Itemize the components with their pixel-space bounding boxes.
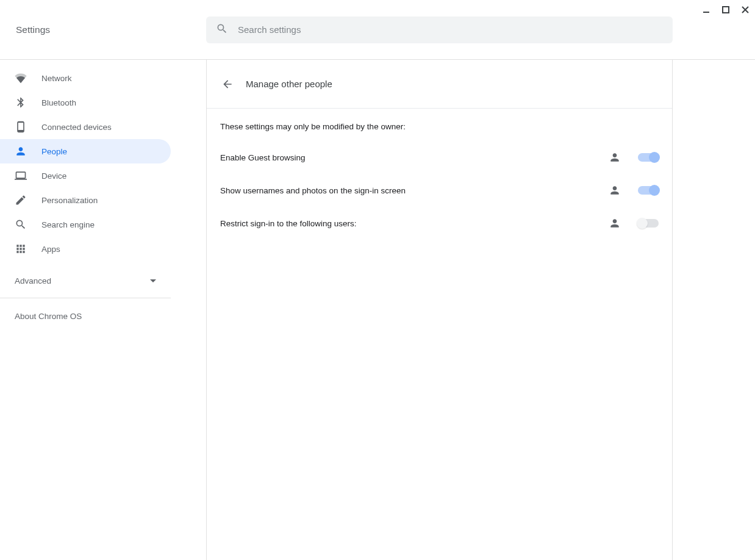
setting-restrict-signin: Restrict sign-in to the following users: — [220, 207, 659, 240]
search-box[interactable] — [206, 16, 673, 43]
person-icon — [15, 145, 27, 157]
sidebar-item-about[interactable]: About Chrome OS — [0, 303, 171, 329]
setting-label: Enable Guest browsing — [220, 153, 609, 162]
sidebar-item-network[interactable]: Network — [0, 66, 171, 90]
search-input[interactable] — [238, 24, 663, 35]
window-controls — [701, 5, 750, 15]
sidebar-item-label: Network — [41, 74, 72, 83]
svg-rect-1 — [723, 7, 729, 13]
sidebar-item-label: Device — [41, 171, 66, 181]
sidebar-item-bluetooth[interactable]: Bluetooth — [0, 90, 171, 115]
close-button[interactable] — [740, 5, 750, 15]
sidebar-item-personalization[interactable]: Personalization — [0, 188, 171, 212]
sidebar-item-apps[interactable]: Apps — [0, 237, 171, 261]
sidebar-about-label: About Chrome OS — [15, 312, 82, 321]
setting-label: Restrict sign-in to the following users: — [220, 219, 609, 228]
sidebar-item-label: Search engine — [41, 220, 95, 229]
minimize-button[interactable] — [701, 5, 711, 15]
sidebar-item-label: Connected devices — [41, 123, 112, 132]
sidebar: Network Bluetooth Connected devices Peop… — [0, 60, 171, 560]
owner-indicator-icon — [609, 184, 621, 196]
app-header: Settings — [0, 0, 755, 60]
owner-indicator-icon — [609, 151, 621, 163]
owner-indicator-icon — [609, 217, 621, 229]
laptop-icon — [15, 170, 27, 182]
maximize-button[interactable] — [721, 5, 731, 15]
sidebar-item-label: Bluetooth — [41, 98, 76, 107]
pen-icon — [15, 194, 27, 206]
sidebar-item-people[interactable]: People — [0, 139, 171, 163]
sidebar-item-search-engine[interactable]: Search engine — [0, 212, 171, 237]
search-icon — [15, 218, 27, 231]
owner-notice: These settings may only be modified by t… — [220, 122, 659, 131]
sidebar-item-device[interactable]: Device — [0, 163, 171, 188]
sidebar-item-connected-devices[interactable]: Connected devices — [0, 115, 171, 139]
toggle-show-usernames[interactable] — [638, 186, 659, 195]
apps-grid-icon — [15, 243, 27, 255]
setting-show-usernames: Show usernames and photos on the sign-in… — [220, 174, 659, 207]
toggle-restrict-signin[interactable] — [638, 219, 659, 228]
search-icon — [216, 23, 228, 37]
wifi-icon — [15, 72, 27, 84]
toggle-guest-browsing[interactable] — [638, 153, 659, 162]
svg-rect-0 — [703, 12, 709, 13]
sidebar-item-label: People — [41, 147, 67, 156]
subpage-title: Manage other people — [246, 79, 332, 89]
sidebar-advanced-label: Advanced — [15, 276, 51, 285]
main-content: Manage other people These settings may o… — [171, 60, 755, 560]
sidebar-item-label: Personalization — [41, 196, 98, 205]
arrow-back-icon — [221, 78, 234, 90]
setting-guest-browsing: Enable Guest browsing — [220, 141, 659, 174]
phone-icon — [15, 121, 27, 133]
app-title: Settings — [16, 24, 206, 35]
bluetooth-icon — [15, 96, 27, 109]
sidebar-divider — [0, 298, 171, 298]
subpage-header: Manage other people — [207, 60, 672, 109]
back-button[interactable] — [220, 77, 235, 92]
settings-card: Manage other people These settings may o… — [206, 60, 673, 560]
sidebar-advanced-toggle[interactable]: Advanced — [0, 268, 171, 293]
sidebar-item-label: Apps — [41, 245, 60, 254]
setting-label: Show usernames and photos on the sign-in… — [220, 186, 609, 195]
caret-down-icon — [150, 279, 156, 282]
